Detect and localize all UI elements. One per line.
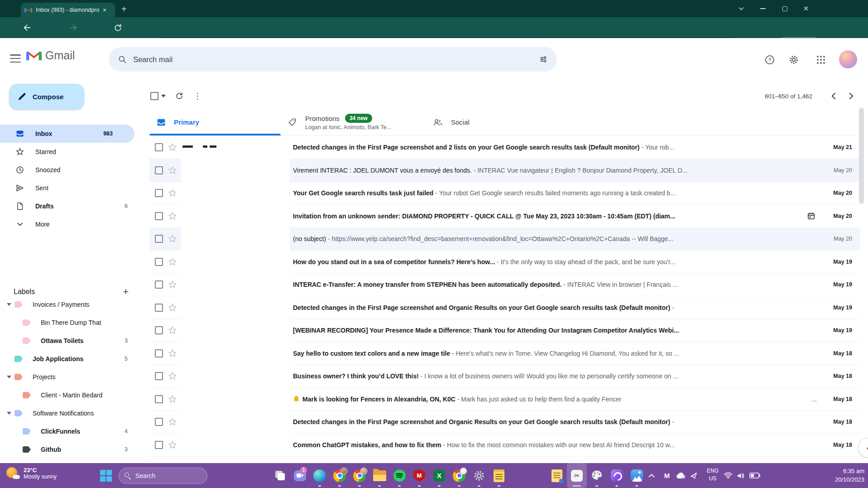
spotify-icon[interactable]: [389, 463, 409, 488]
email-checkbox[interactable]: [155, 212, 163, 220]
email-checkbox[interactable]: [155, 166, 163, 174]
clock-widget[interactable]: 6:35 am 20/10/2023: [835, 467, 864, 484]
label-item[interactable]: Github3: [0, 440, 149, 459]
battery-icon[interactable]: [749, 463, 760, 488]
compose-button[interactable]: Compose: [9, 84, 84, 110]
more-options-icon[interactable]: ⋮: [188, 87, 206, 105]
label-item[interactable]: Client - Martin Bedard: [0, 386, 149, 404]
settings-gear-icon[interactable]: [784, 50, 804, 70]
refresh-icon[interactable]: [170, 87, 188, 105]
apps-grid-icon[interactable]: [811, 50, 831, 70]
star-icon[interactable]: [168, 234, 177, 244]
mcafee-icon[interactable]: M: [409, 463, 429, 488]
notepad-icon[interactable]: [489, 463, 509, 488]
reload-button[interactable]: [112, 22, 123, 33]
email-checkbox[interactable]: [155, 395, 163, 403]
sidebar-item-sent[interactable]: Sent: [0, 179, 149, 197]
star-icon[interactable]: [168, 303, 177, 313]
photos-icon[interactable]: [627, 463, 647, 488]
account-avatar[interactable]: [839, 50, 857, 68]
star-icon[interactable]: [168, 280, 177, 290]
excel-icon[interactable]: X: [429, 463, 449, 488]
settings-icon[interactable]: [469, 463, 489, 488]
back-button[interactable]: [22, 22, 33, 33]
star-icon[interactable]: [168, 211, 177, 221]
taskbar-search[interactable]: Search: [119, 468, 207, 484]
star-icon[interactable]: [168, 325, 177, 335]
forward-button[interactable]: [68, 22, 79, 33]
star-icon[interactable]: [168, 371, 177, 381]
tab-primary[interactable]: Primary: [149, 109, 281, 135]
email-checkbox[interactable]: [155, 304, 163, 312]
search-filters-icon[interactable]: [539, 55, 548, 64]
location-arrow-icon[interactable]: [690, 463, 697, 488]
select-dropdown-icon[interactable]: [161, 95, 166, 97]
task-view-icon[interactable]: [270, 463, 290, 488]
email-checkbox[interactable]: [155, 349, 163, 358]
scrollbar-thumb[interactable]: [859, 108, 864, 204]
chat-icon[interactable]: 1: [290, 463, 310, 488]
sticky-notes-icon[interactable]: [547, 463, 567, 488]
sidebar-item-starred[interactable]: Starred: [0, 143, 149, 161]
email-checkbox[interactable]: [155, 235, 163, 243]
search-bar[interactable]: [109, 47, 557, 72]
main-menu-icon[interactable]: [10, 54, 21, 63]
star-icon[interactable]: [168, 165, 177, 175]
star-icon[interactable]: [168, 394, 177, 404]
email-checkbox[interactable]: [155, 189, 163, 197]
label-item[interactable]: Invoices / Payments: [0, 295, 149, 314]
help-icon[interactable]: ?: [760, 50, 780, 70]
label-item[interactable]: Projects: [0, 368, 149, 386]
edge-icon[interactable]: [310, 463, 330, 488]
tab-close-icon[interactable]: ×: [103, 6, 106, 14]
label-item[interactable]: ClickFunnels4: [0, 422, 149, 440]
new-tab-button[interactable]: +: [121, 4, 127, 14]
email-checkbox[interactable]: [155, 418, 163, 426]
star-icon[interactable]: [168, 257, 177, 267]
email-checkbox[interactable]: [155, 280, 163, 289]
older-page-icon[interactable]: [842, 87, 860, 105]
loop-icon[interactable]: [607, 463, 627, 488]
search-icon[interactable]: [118, 55, 127, 64]
tray-expand-icon[interactable]: [648, 463, 655, 488]
search-input[interactable]: [133, 55, 532, 64]
email-checkbox[interactable]: [155, 326, 163, 334]
label-expand-icon[interactable]: [4, 376, 14, 378]
sidebar-item-drafts[interactable]: Drafts6: [0, 197, 149, 215]
newer-page-icon[interactable]: [824, 87, 842, 105]
email-checkbox[interactable]: [155, 372, 163, 380]
label-item[interactable]: Ottawa Toilets3: [0, 332, 149, 350]
star-icon[interactable]: [168, 348, 177, 358]
language-switcher[interactable]: ENG US: [703, 467, 723, 483]
weather-widget[interactable]: 23°C Mostly sunny: [5, 466, 57, 480]
file-explorer-icon[interactable]: [369, 463, 389, 488]
star-icon[interactable]: [168, 417, 177, 427]
star-icon[interactable]: [168, 142, 177, 152]
volume-icon[interactable]: [737, 463, 745, 488]
chrome-profile-b-icon[interactable]: [350, 463, 369, 488]
chrome-profile-c-icon[interactable]: [449, 463, 469, 488]
label-item[interactable]: Software Notifications: [0, 404, 149, 422]
star-icon[interactable]: [168, 440, 177, 450]
email-checkbox[interactable]: [155, 143, 163, 151]
sidebar-item-snoozed[interactable]: Snoozed: [0, 161, 149, 179]
select-all-checkbox[interactable]: [150, 92, 158, 100]
tray-m-icon[interactable]: M: [662, 463, 671, 488]
wifi-icon[interactable]: [724, 463, 733, 488]
label-expand-icon[interactable]: [4, 303, 14, 306]
label-item[interactable]: Job Applications5: [0, 350, 149, 368]
email-checkbox[interactable]: [155, 258, 163, 266]
snipping-tool-icon[interactable]: ✂: [567, 463, 587, 488]
start-button[interactable]: [100, 470, 112, 482]
label-item[interactable]: Bin There Dump That: [0, 314, 149, 332]
browser-tab[interactable]: Inbox (983) - diamondpropertyd ×: [21, 3, 115, 17]
tab-promotions[interactable]: Promotions 34 new Logan at Ionic, Animot…: [281, 109, 426, 135]
email-checkbox[interactable]: [155, 441, 163, 449]
window-menu-icon[interactable]: [737, 5, 746, 13]
onedrive-cloud-icon[interactable]: [676, 463, 686, 488]
paint-icon[interactable]: [587, 463, 607, 488]
label-expand-icon[interactable]: [4, 412, 14, 415]
window-maximize-button[interactable]: [780, 5, 789, 13]
chrome-profile-a-icon[interactable]: [330, 463, 350, 488]
star-icon[interactable]: [168, 188, 177, 198]
